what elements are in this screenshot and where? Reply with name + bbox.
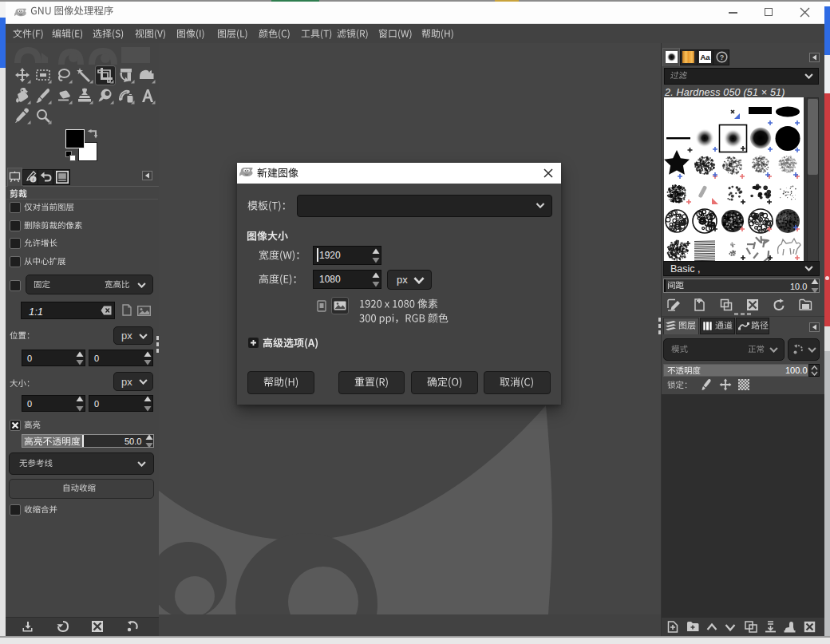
svg-text:?: ? [720, 53, 725, 61]
svg-text:i: i [33, 176, 34, 182]
